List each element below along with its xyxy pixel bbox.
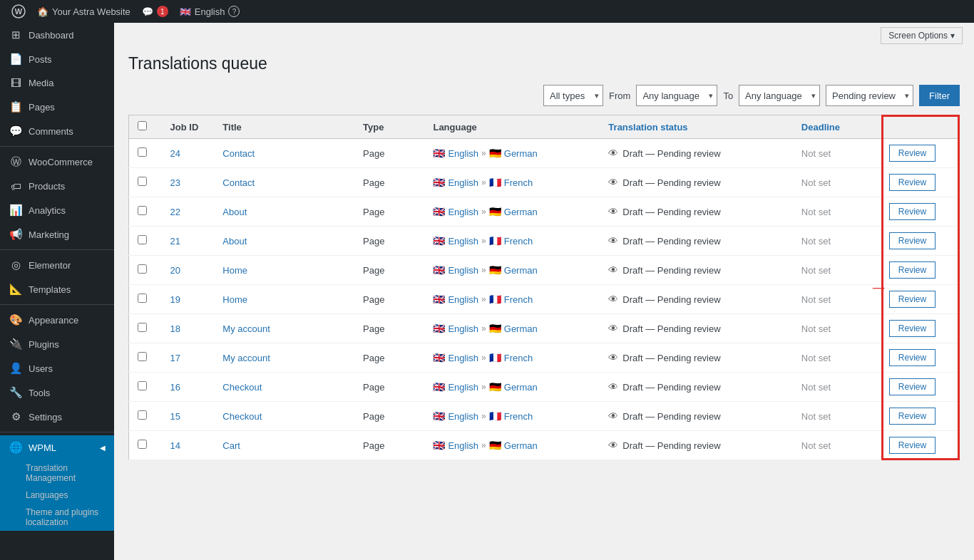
sidebar-item-appearance[interactable]: 🎨 Appearance: [0, 308, 114, 332]
title-link-19[interactable]: Home: [222, 294, 247, 305]
review-button-22[interactable]: Review: [889, 203, 935, 220]
title-link-15[interactable]: Checkout: [222, 411, 262, 422]
review-button-19[interactable]: Review: [889, 291, 935, 308]
review-button-23[interactable]: Review: [889, 174, 935, 191]
job-id-link-15[interactable]: 15: [170, 411, 180, 422]
row-checkbox-14[interactable]: [138, 440, 147, 449]
review-button-20[interactable]: Review: [889, 261, 935, 279]
row-checkbox-cell[interactable]: [129, 431, 162, 460]
row-checkbox-cell[interactable]: [129, 139, 162, 168]
from-language-filter[interactable]: Any language: [636, 85, 717, 106]
review-button-21[interactable]: Review: [889, 232, 935, 249]
to-language-wrapper[interactable]: Any language: [739, 85, 820, 106]
title-link-24[interactable]: Contact: [222, 148, 255, 159]
sidebar-item-elementor[interactable]: ◎ Elementor: [0, 253, 114, 277]
job-id-link-14[interactable]: 14: [170, 440, 180, 451]
sidebar-item-users[interactable]: 👤 Users: [0, 356, 114, 380]
row-checkbox-15[interactable]: [138, 410, 147, 420]
review-button-15[interactable]: Review: [889, 408, 935, 425]
language-item[interactable]: 🇬🇧 English ?: [174, 0, 246, 23]
review-button-17[interactable]: Review: [889, 349, 935, 366]
notifications-item[interactable]: 💬 1: [136, 0, 174, 23]
status-filter-wrapper[interactable]: Pending review: [826, 85, 913, 106]
row-checkbox-19[interactable]: [138, 294, 147, 303]
screen-options-button[interactable]: Screen Options ▾: [881, 27, 963, 44]
row-checkbox-cell[interactable]: [129, 227, 162, 256]
sidebar-item-posts[interactable]: 📄 Posts: [0, 47, 114, 71]
review-button-14[interactable]: Review: [889, 437, 935, 454]
row-checkbox-cell[interactable]: [129, 402, 162, 431]
from-language-wrapper[interactable]: Any language: [636, 85, 717, 106]
row-checkbox-cell[interactable]: [129, 285, 162, 314]
table-row: 18 My account Page 🇬🇧 English » 🇩🇪 Germa…: [129, 314, 960, 343]
type-filter[interactable]: All types: [543, 85, 603, 106]
sidebar-item-products[interactable]: 🏷 Products: [0, 175, 114, 198]
row-checkbox-17[interactable]: [138, 352, 147, 361]
to-lang-label: French: [504, 353, 533, 363]
select-all-checkbox[interactable]: [138, 121, 147, 130]
job-id-link-17[interactable]: 17: [170, 353, 180, 363]
to-flag: 🇩🇪: [489, 147, 501, 159]
row-checkbox-cell[interactable]: [129, 256, 162, 285]
wp-logo-item[interactable]: W: [6, 0, 31, 23]
sidebar-item-woocommerce[interactable]: Ⓦ WooCommerce: [0, 150, 114, 175]
from-flag: 🇬🇧: [433, 381, 445, 393]
title-link-14[interactable]: Cart: [222, 440, 240, 451]
row-checkbox-23[interactable]: [138, 177, 147, 186]
job-id-link-16[interactable]: 16: [170, 382, 180, 393]
deadline-header[interactable]: Deadline: [793, 115, 881, 139]
sidebar-item-analytics[interactable]: 📊 Analytics: [0, 198, 114, 222]
sidebar-item-plugins[interactable]: 🔌 Plugins: [0, 332, 114, 356]
row-checkbox-cell[interactable]: [129, 373, 162, 402]
row-checkbox-18[interactable]: [138, 323, 147, 332]
sidebar-item-tools[interactable]: 🔧 Tools: [0, 380, 114, 405]
title-link-20[interactable]: Home: [222, 265, 247, 276]
to-language-filter[interactable]: Any language: [739, 85, 820, 106]
row-checkbox-cell[interactable]: [129, 168, 162, 197]
select-all-header[interactable]: [129, 115, 162, 139]
row-checkbox-cell[interactable]: [129, 197, 162, 227]
sidebar-item-media[interactable]: 🎞 Media: [0, 71, 114, 95]
title-link-18[interactable]: My account: [222, 323, 270, 334]
row-checkbox-22[interactable]: [138, 206, 147, 215]
sidebar-item-settings[interactable]: ⚙ Settings: [0, 405, 114, 429]
job-id-link-23[interactable]: 23: [170, 177, 180, 188]
type-filter-wrapper[interactable]: All types: [543, 85, 603, 106]
job-id-link-20[interactable]: 20: [170, 265, 180, 276]
job-id-link-21[interactable]: 21: [170, 236, 180, 247]
sidebar-item-dashboard[interactable]: ⊞ Dashboard: [0, 23, 114, 47]
sidebar-sub-languages[interactable]: Languages: [0, 487, 114, 504]
review-button-24[interactable]: Review: [889, 145, 935, 162]
row-checkbox-20[interactable]: [138, 264, 147, 274]
sidebar-item-comments[interactable]: 💬 Comments: [0, 119, 114, 143]
title-link-21[interactable]: About: [222, 236, 247, 247]
sidebar-item-wpml[interactable]: 🌐 WPML ◀: [0, 435, 114, 460]
from-lang-label: English: [448, 236, 478, 247]
row-checkbox-cell[interactable]: [129, 343, 162, 373]
review-button-18[interactable]: Review: [889, 320, 935, 337]
row-checkbox-24[interactable]: [138, 147, 147, 157]
sidebar-item-pages[interactable]: 📋 Pages: [0, 95, 114, 119]
language-pair: 🇬🇧 English » 🇫🇷 French: [433, 177, 591, 188]
status-filter[interactable]: Pending review: [826, 85, 913, 106]
sidebar-item-marketing[interactable]: 📢 Marketing: [0, 222, 114, 247]
site-name-item[interactable]: 🏠 Your Astra Website: [31, 0, 136, 23]
job-id-link-22[interactable]: 22: [170, 207, 180, 217]
job-id-link-19[interactable]: 19: [170, 294, 180, 305]
row-checkbox-21[interactable]: [138, 235, 147, 244]
review-button-16[interactable]: Review: [889, 378, 935, 395]
from-flag: 🇬🇧: [433, 206, 445, 217]
title-link-16[interactable]: Checkout: [222, 382, 262, 393]
title-link-22[interactable]: About: [222, 207, 247, 217]
job-id-link-24[interactable]: 24: [170, 148, 180, 159]
title-link-23[interactable]: Contact: [222, 177, 255, 188]
sidebar-sub-theme-plugins[interactable]: Theme and plugins localization: [0, 504, 114, 531]
sidebar-sub-translation-management[interactable]: Translation Management: [0, 460, 114, 487]
filter-button[interactable]: Filter: [919, 85, 960, 106]
title-link-17[interactable]: My account: [222, 353, 270, 363]
row-checkbox-cell[interactable]: [129, 314, 162, 343]
status-header[interactable]: Translation status: [600, 115, 793, 139]
job-id-link-18[interactable]: 18: [170, 323, 180, 334]
sidebar-item-templates[interactable]: 📐 Templates: [0, 277, 114, 301]
row-checkbox-16[interactable]: [138, 381, 147, 390]
